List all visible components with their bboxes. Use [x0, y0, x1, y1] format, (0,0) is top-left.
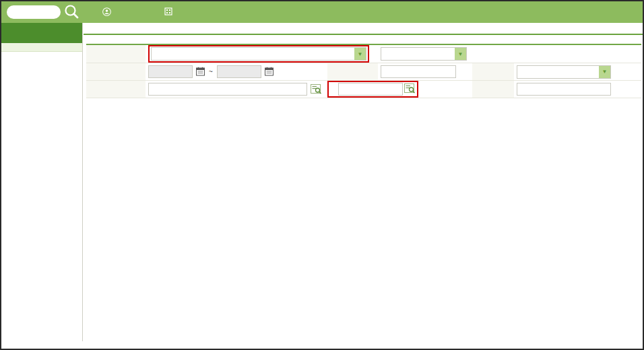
waste-status2-dropdown[interactable]: ▼	[381, 47, 467, 61]
waste-status-label	[86, 44, 146, 63]
waste-status-dropdown[interactable]: ▼	[151, 47, 366, 61]
highlight-discharger	[327, 81, 418, 98]
sidebar	[1, 23, 82, 52]
waste-name-input[interactable]	[148, 83, 307, 96]
menu-search-input[interactable]	[7, 5, 61, 19]
discharger-input[interactable]	[338, 83, 403, 96]
calendar-icon[interactable]	[196, 69, 205, 77]
date-label	[86, 63, 146, 81]
manifest-no-label	[472, 81, 514, 98]
chevron-down-icon: ▼	[354, 48, 366, 60]
sidebar-header	[1, 23, 82, 43]
chevron-down-icon: ▼	[599, 66, 610, 78]
date-to-input[interactable]	[217, 65, 261, 78]
manifest-no-input[interactable]	[517, 83, 611, 96]
building-icon	[164, 7, 172, 17]
main-content: ▼ ▼ ~	[84, 23, 644, 350]
top-bar	[1, 1, 643, 23]
waste-name-label	[86, 81, 146, 98]
tab-bar	[84, 23, 644, 35]
input-type-dropdown[interactable]: ▼	[517, 65, 611, 79]
filter-panel: ▼ ▼ ~	[86, 44, 641, 98]
highlight-waste-status: ▼	[148, 45, 369, 63]
lookup-search-icon[interactable]	[311, 88, 322, 96]
user-icon	[102, 7, 111, 18]
app-window: ▼ ▼ ~	[0, 0, 644, 350]
calendar-icon[interactable]	[265, 69, 273, 77]
sidebar-divider	[82, 23, 83, 341]
lookup-search-icon[interactable]	[404, 83, 416, 95]
date-from-input[interactable]	[148, 65, 193, 78]
vehicle-input[interactable]	[381, 65, 456, 78]
search-icon[interactable]	[63, 3, 79, 21]
vehicle-label	[327, 63, 378, 81]
input-type-label	[472, 63, 514, 81]
chevron-down-icon: ▼	[455, 48, 466, 60]
